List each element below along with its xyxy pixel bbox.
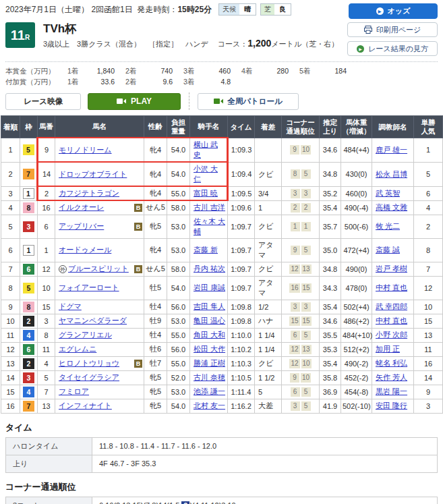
horse-link[interactable]: アップリバー bbox=[59, 221, 104, 231]
jockey-link[interactable]: 古川 吉洋 bbox=[194, 203, 225, 211]
trainer-link[interactable]: 安田 隆行 bbox=[376, 401, 407, 410]
jockey-link[interactable]: 丹内 祐次 bbox=[194, 264, 225, 273]
margin-cell: クビ bbox=[255, 215, 282, 238]
horse-link[interactable]: イルクオーレ bbox=[59, 202, 104, 213]
margin-cell: 3/4 bbox=[255, 186, 282, 200]
horse-link[interactable]: インフィナイト bbox=[59, 401, 112, 411]
prize-item: 2着740 bbox=[125, 65, 183, 76]
horse-name-cell: エグレムニ bbox=[55, 342, 144, 356]
corner-order-cell: 35 bbox=[282, 399, 320, 413]
horse-link[interactable]: ヤマニンペダラーダ bbox=[59, 316, 127, 326]
jockey-link[interactable]: 古川 奈穂 bbox=[194, 373, 225, 381]
trainer-link[interactable]: 岩戸 孝樹 bbox=[376, 264, 407, 273]
corner4-chip: 10 bbox=[301, 359, 312, 368]
trainer-link[interactable]: 松永 昌博 bbox=[376, 170, 407, 178]
corner-order-cell: 95 bbox=[282, 238, 320, 262]
race-video-button[interactable]: レース映像 bbox=[5, 93, 81, 110]
col-corner-order: コーナー 通過順位 bbox=[282, 116, 320, 138]
trainer-link[interactable]: 牧 光二 bbox=[376, 222, 400, 230]
prize-place: 3着 bbox=[183, 76, 204, 87]
last-3f-cell: 41.9 bbox=[320, 399, 341, 413]
weather-badge: 天候晴 bbox=[218, 3, 256, 16]
horse-link[interactable]: カフジテトラゴン bbox=[59, 188, 119, 198]
result-guide-button[interactable]: ▶ レース結果の見方 bbox=[347, 41, 438, 56]
up-label: 上り bbox=[6, 455, 92, 472]
horse-link[interactable]: ドロップオブライト bbox=[59, 169, 127, 179]
horse-link[interactable]: オードゥメール bbox=[59, 245, 111, 255]
frame-number-badge: 7 bbox=[23, 401, 34, 412]
margin-cell: クビ bbox=[255, 356, 282, 370]
jockey-link[interactable]: 北村 友一 bbox=[194, 401, 225, 410]
trainer-link[interactable]: 黒岩 陽一 bbox=[376, 387, 407, 395]
horse-number-cell: 14 bbox=[38, 162, 55, 186]
frame-cell: 1 bbox=[20, 186, 38, 200]
jockey-link[interactable]: 佐々木 大輔 bbox=[194, 217, 225, 235]
popularity-cell: 1 bbox=[414, 138, 443, 162]
horse-name-wrap: ドロップオブライト bbox=[59, 169, 142, 179]
trainer-cell: 矢作 芳人 bbox=[372, 370, 414, 385]
jockey-link[interactable]: 亀田 温心 bbox=[194, 316, 225, 325]
prize-item: 1着1,840 bbox=[67, 65, 125, 76]
trainer-link[interactable]: 中村 直也 bbox=[376, 283, 407, 291]
popularity-cell: 16 bbox=[414, 356, 443, 370]
horse-name-cell: イルクオーレB bbox=[55, 200, 144, 215]
jockey-link[interactable]: 横山 武史 bbox=[194, 140, 218, 159]
jockey-link[interactable]: 小沢 大仁 bbox=[194, 165, 218, 183]
trainer-link[interactable]: 武 英智 bbox=[376, 189, 400, 197]
last-3f-cell: 35.4 bbox=[320, 300, 341, 314]
horse-link[interactable]: フォイアーロート bbox=[59, 283, 119, 293]
horse-link[interactable]: ブルースピリット bbox=[68, 264, 129, 274]
jockey-link[interactable]: 岩田 康誠 bbox=[194, 283, 225, 291]
frame-number-badge: 5 bbox=[23, 144, 34, 155]
trainer-link[interactable]: 斎藤 誠 bbox=[376, 246, 400, 254]
trainer-link[interactable]: 高橋 文雅 bbox=[376, 203, 407, 211]
col-horse-number: 馬番 bbox=[38, 116, 55, 138]
jockey-link[interactable]: 勝浦 正樹 bbox=[194, 359, 225, 367]
horse-weight-cell: 460(0) bbox=[341, 186, 372, 200]
horse-name-wrap: フォイアーロート bbox=[59, 283, 142, 293]
print-page-button[interactable]: 印刷用ページ bbox=[347, 22, 438, 37]
col-place: 着順 bbox=[1, 116, 20, 138]
horse-link[interactable]: エグレムニ bbox=[59, 344, 96, 354]
last-3f-cell: 35.4 bbox=[320, 200, 341, 215]
horse-link[interactable]: タイセイグラシア bbox=[59, 372, 119, 383]
result-row: 1023ヤマニンペダラーダ牡953.0亀田 温心1:09.8ハナ151534.6… bbox=[1, 314, 443, 328]
popularity-cell: 11 bbox=[414, 342, 443, 356]
jockey-link[interactable]: 富田 暁 bbox=[194, 189, 218, 197]
corner3-chip: 2 bbox=[291, 203, 300, 213]
place-cell: 15 bbox=[1, 385, 20, 399]
jockey-link[interactable]: 松田 大作 bbox=[194, 345, 225, 353]
chevron-right-icon: ▶ bbox=[357, 45, 364, 53]
result-row: 12611エグレムニ牡656.0松田 大作1:10.21 1/4121335.3… bbox=[1, 342, 443, 356]
jockey-link[interactable]: 斎藤 新 bbox=[194, 246, 218, 254]
trainer-link[interactable]: 鹿戸 雄一 bbox=[376, 146, 407, 154]
trainer-link[interactable]: 蛯名 利弘 bbox=[376, 359, 407, 367]
corner3-chip: 9 bbox=[291, 246, 300, 255]
frame-cell: 4 bbox=[20, 385, 38, 399]
trainer-link[interactable]: 加用 正 bbox=[376, 345, 400, 353]
jockey-link[interactable]: 池添 謙一 bbox=[194, 387, 225, 395]
jockey-cell: 古川 奈穂 bbox=[190, 370, 228, 385]
jockey-link[interactable]: 吉田 隼人 bbox=[194, 302, 225, 310]
jockey-link[interactable]: 角田 大和 bbox=[194, 331, 225, 339]
odds-button[interactable]: ▶ オッズ bbox=[349, 3, 438, 19]
popularity-cell: 14 bbox=[414, 370, 443, 385]
horse-link[interactable]: モリノドリーム bbox=[59, 145, 112, 155]
patrol-video-button[interactable]: 全周パトロール bbox=[198, 93, 299, 110]
horse-link[interactable]: ドグマ bbox=[59, 302, 82, 312]
prize-item: 2着9.6 bbox=[125, 76, 183, 87]
horse-link[interactable]: ヒロノトウリョウ bbox=[59, 358, 119, 368]
turf-value: 良 bbox=[274, 4, 291, 15]
course-unit: メートル（芝・右） bbox=[271, 40, 338, 48]
result-row: 611オードゥメール牝453.0斎藤 新1:09.7アタマ9535.0472(+… bbox=[1, 238, 443, 262]
trainer-link[interactable]: 中村 直也 bbox=[376, 316, 407, 325]
prize-place: 2着 bbox=[125, 65, 146, 76]
horse-link[interactable]: グランアリエル bbox=[59, 330, 112, 340]
print-page-label: 印刷用ページ bbox=[376, 25, 421, 35]
play-button[interactable]: PLAY bbox=[88, 93, 181, 110]
trainer-link[interactable]: 武 幸四郎 bbox=[376, 302, 407, 310]
trainer-link[interactable]: 矢作 芳人 bbox=[376, 373, 407, 381]
horse-link[interactable]: フミロア bbox=[59, 387, 89, 397]
trainer-link[interactable]: 小野 次郎 bbox=[376, 331, 407, 339]
trainer-cell: 鹿戸 雄一 bbox=[372, 138, 414, 162]
